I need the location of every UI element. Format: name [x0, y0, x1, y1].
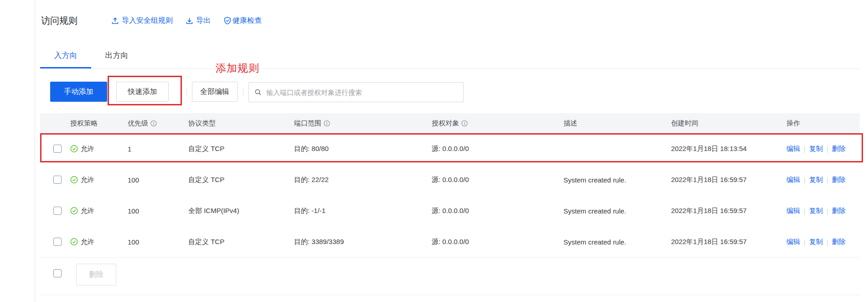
clone-link[interactable]: 复制	[809, 176, 823, 184]
description-cell: System created rule.	[563, 207, 626, 215]
port-cell: 目的: -1/-1	[294, 207, 326, 215]
table-row: 允许 100 自定义 TCP 目的: 22/22 源: 0.0.0.0/0 Sy…	[40, 164, 860, 196]
policy-cell: 允许	[70, 238, 94, 246]
created-cell: 2022年1月18日 16:59:57	[671, 176, 747, 184]
upload-icon	[111, 17, 119, 25]
shield-check-icon	[223, 16, 232, 25]
delete-link[interactable]: 删除	[832, 238, 846, 246]
action-separator: |	[827, 176, 828, 184]
download-icon	[186, 17, 193, 25]
toolbar: 导入安全组规则 导出 健康检查	[111, 15, 262, 26]
export-link[interactable]: 导出	[186, 16, 211, 26]
direction-tabs: 入方向 出方向	[40, 46, 142, 68]
row-checkbox-cell	[53, 176, 62, 184]
protocol-cell: 自定义 TCP	[188, 238, 224, 246]
delete-link[interactable]: 删除	[832, 207, 846, 215]
clone-link[interactable]: 复制	[809, 207, 823, 215]
allow-check-icon	[70, 238, 78, 246]
priority-cell: 100	[128, 176, 139, 184]
info-icon[interactable]	[150, 120, 157, 126]
port-cell: 目的: 3389/3389	[294, 238, 344, 246]
row-checkbox[interactable]	[53, 207, 62, 215]
annotation-add-rule-label: 添加规则	[216, 61, 259, 75]
row-checkbox[interactable]	[53, 238, 62, 246]
allow-check-icon	[70, 176, 78, 184]
button-separator	[186, 89, 187, 95]
description-cell: System created rule.	[563, 238, 626, 246]
tab-inbound[interactable]: 入方向	[40, 46, 91, 68]
priority-cell: 100	[128, 207, 139, 215]
clone-link[interactable]: 复制	[809, 238, 823, 246]
delete-link[interactable]: 删除	[832, 176, 846, 184]
table-row: 允许 100 自定义 TCP 目的: 3389/3389 源: 0.0.0.0/…	[40, 226, 860, 258]
header-protocol: 协议类型	[188, 119, 216, 128]
policy-value: 允许	[81, 207, 94, 215]
description-cell: System created rule.	[563, 176, 626, 184]
import-rules-link[interactable]: 导入安全组规则	[111, 16, 173, 26]
protocol-cell: 自定义 TCP	[188, 176, 224, 184]
edit-link[interactable]: 编辑	[786, 238, 800, 246]
action-separator: |	[827, 207, 828, 215]
action-separator: |	[804, 238, 806, 246]
edit-link[interactable]: 编辑	[786, 176, 800, 184]
select-all-checkbox-cell	[53, 269, 62, 277]
operations-cell: 编辑|复制|删除	[786, 238, 846, 246]
action-separator: |	[804, 207, 806, 215]
allow-check-icon	[70, 207, 78, 215]
protocol-cell: 全部 ICMP(IPv4)	[188, 207, 239, 215]
policy-value: 允许	[81, 176, 94, 184]
header-priority-label: 优先级	[128, 119, 148, 128]
header-description: 描述	[563, 119, 577, 128]
operations-cell: 编辑|复制|删除	[786, 207, 846, 215]
info-icon[interactable]	[461, 120, 468, 126]
header-source: 授权对象	[432, 119, 468, 128]
priority-cell: 100	[128, 238, 139, 246]
edit-all-button[interactable]: 全部编辑	[192, 82, 238, 102]
header-port-label: 端口范围	[294, 119, 321, 128]
row-checkbox-cell	[53, 238, 62, 246]
header-priority: 优先级	[128, 119, 157, 128]
created-cell: 2022年1月18日 16:59:57	[671, 207, 747, 215]
action-separator: |	[804, 176, 806, 184]
header-port: 端口范围	[294, 119, 330, 128]
source-cell: 源: 0.0.0.0/0	[432, 238, 469, 246]
source-cell: 源: 0.0.0.0/0	[432, 207, 469, 215]
header-source-label: 授权对象	[432, 119, 459, 128]
tabs-bottom-border	[40, 68, 860, 69]
created-cell: 2022年1月18日 16:59:57	[671, 238, 747, 246]
search-icon	[254, 89, 262, 96]
annotation-quick-add-highlight-box	[108, 76, 182, 105]
batch-delete-button[interactable]: 删除	[76, 264, 116, 286]
policy-cell: 允许	[70, 207, 94, 215]
info-icon[interactable]	[324, 120, 330, 126]
table-header: 授权策略 优先级 协议类型 端口范围 授权对象 描述 创建时间 操作	[40, 113, 860, 133]
table-footer: 删除	[40, 258, 860, 295]
page-title: 访问规则	[41, 15, 78, 27]
port-cell: 目的: 22/22	[294, 176, 329, 184]
manual-add-button[interactable]: 手动添加	[50, 82, 107, 102]
header-created: 创建时间	[671, 119, 698, 128]
tab-outbound[interactable]: 出方向	[91, 46, 142, 68]
search-box	[248, 82, 464, 102]
row-checkbox-cell	[53, 207, 62, 215]
search-input[interactable]	[265, 88, 458, 97]
button-separator	[243, 89, 243, 95]
import-rules-label: 导入安全组规则	[122, 16, 173, 26]
health-check-link[interactable]: 健康检查	[223, 16, 262, 26]
annotation-first-row-highlight-box	[40, 133, 863, 162]
health-check-label: 健康检查	[232, 16, 262, 26]
edit-link[interactable]: 编辑	[786, 207, 800, 215]
panel-left-divider	[35, 0, 35, 302]
policy-cell: 允许	[70, 176, 94, 184]
select-all-checkbox[interactable]	[53, 269, 62, 277]
action-separator: |	[827, 238, 828, 246]
table-row: 允许 100 全部 ICMP(IPv4) 目的: -1/-1 源: 0.0.0.…	[40, 195, 860, 227]
security-group-rules-page: 访问规则 导入安全组规则 导出 健康检查 入方向 出方向 手动添加 快速添加 全…	[0, 0, 868, 302]
policy-value: 允许	[81, 238, 94, 246]
operations-cell: 编辑|复制|删除	[786, 176, 846, 184]
export-label: 导出	[196, 16, 211, 26]
row-checkbox[interactable]	[53, 176, 62, 184]
source-cell: 源: 0.0.0.0/0	[432, 176, 469, 184]
header-policy: 授权策略	[70, 119, 98, 128]
header-operations: 操作	[786, 119, 800, 128]
